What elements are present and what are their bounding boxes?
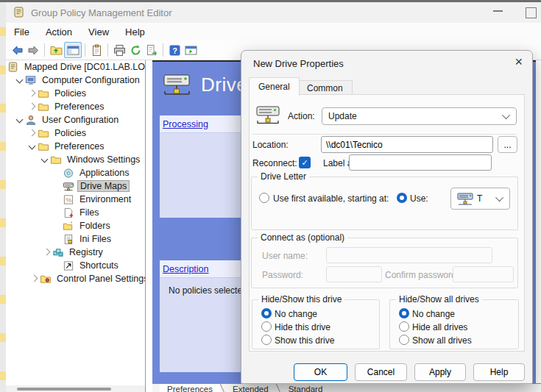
chevron-down-icon [502,111,510,119]
reconnect-checkbox[interactable] [299,157,311,168]
chevron-right-icon[interactable] [27,101,38,112]
tree-row[interactable]: Drive Maps [6,179,145,193]
console-tree: Mapped Drive [DC01.LAB.LOCAL] Computer C… [6,60,145,385]
tree-item-ini-files[interactable]: Ini Files [77,234,113,244]
tree-item-root[interactable]: Mapped Drive [DC01.LAB.LOCAL] [22,62,145,72]
chevron-down-icon[interactable] [15,75,25,85]
tab-preferences[interactable]: Preferences [160,384,220,392]
tree-row[interactable]: Preferences [6,100,145,113]
print-icon[interactable] [111,43,127,57]
show-all-drives-radio[interactable] [399,335,409,345]
chevron-right-icon[interactable] [42,247,52,257]
tree-row[interactable]: Files [6,206,145,219]
console-tree-toggle-icon[interactable] [64,42,82,58]
tree-row[interactable]: Shortcuts [6,259,145,272]
ok-button[interactable]: OK [294,363,347,381]
cancel-button[interactable]: Cancel [355,363,407,381]
back-icon[interactable] [9,43,25,57]
tree-row[interactable]: Applications [6,166,145,179]
close-icon[interactable]: × [515,55,523,68]
tree-row[interactable]: Ini Files [6,232,145,246]
location-input[interactable] [321,136,493,153]
tree-row[interactable]: Control Panel Settings [6,272,145,285]
chevron-down-icon[interactable] [15,115,25,125]
tree-item-applications[interactable]: Applications [77,168,131,178]
title-bar: Group Policy Management Editor [6,2,541,23]
properties-icon[interactable] [88,43,105,57]
tree-item-preferences[interactable]: Preferences [52,141,106,152]
tree-item-computer-configuration[interactable]: Computer Configuration [40,75,142,85]
tree-row[interactable]: * Folders [6,219,145,232]
tree-item-registry[interactable]: Registry [67,247,105,257]
user-icon [25,115,37,126]
tree-item-files[interactable]: Files [77,207,101,218]
menu-file[interactable]: File [6,24,38,40]
password-label: Password: [262,270,303,280]
expander-spacer [52,181,63,191]
chevron-right-icon[interactable] [27,128,38,138]
apply-button[interactable]: Apply [414,363,466,381]
show-this-drive-radio[interactable] [261,335,272,345]
confirm-password-input [453,266,514,282]
menu-view[interactable]: View [80,24,117,40]
tab-common[interactable]: Common [297,80,353,96]
expander-spacer [52,234,63,244]
up-one-level-icon[interactable] [48,43,64,57]
refresh-icon[interactable] [127,43,144,57]
processing-link[interactable]: Processing [163,119,208,129]
help-icon[interactable]: ? [166,43,183,57]
tree-item-user-configuration[interactable]: User Configuration [40,115,121,125]
menu-action[interactable]: Action [38,24,80,40]
folder-icon [38,141,49,152]
tree-item-policies[interactable]: Policies [52,128,88,138]
action-pane-toggle-icon[interactable] [183,43,199,57]
use-radio[interactable] [397,193,407,203]
tree-row[interactable]: User Configuration [6,113,145,126]
chevron-down-icon[interactable] [27,141,38,152]
no-change-all-radio[interactable] [399,308,409,318]
tree-item-drive-maps[interactable]: Drive Maps [77,180,130,192]
tree-item-preferences[interactable]: Preferences [52,101,106,112]
hide-this-drive-radio[interactable] [261,321,272,332]
tree-row[interactable]: Policies [6,87,145,100]
browse-button[interactable]: ... [498,136,517,153]
help-button[interactable]: Help [473,363,525,381]
tab-extended[interactable]: Extended [225,384,276,392]
tree-row[interactable]: Windows Settings [6,153,145,166]
tree-item-control-panel-settings[interactable]: Control Panel Settings [54,274,145,284]
forward-icon[interactable] [25,43,41,57]
tree-row[interactable]: Policies [6,126,145,140]
minimize-button[interactable] [493,10,503,12]
tree-row[interactable]: Computer Configuration [6,74,145,87]
no-change-radio[interactable] [261,308,272,318]
hide-all-drives-radio[interactable] [399,321,409,332]
tree-row[interactable]: % Environment [6,193,145,206]
chevron-down-icon[interactable] [40,154,50,165]
tree-item-policies[interactable]: Policies [52,88,88,99]
tree-row[interactable]: Preferences [6,140,145,153]
scrollbar-thumb[interactable] [17,388,111,391]
chevron-right-icon[interactable] [29,274,40,284]
tab-standard[interactable]: Standard [281,384,330,392]
tab-general[interactable]: General [249,77,300,96]
action-value: Update [328,111,357,121]
chevron-right-icon[interactable] [27,88,38,99]
menu-help[interactable]: Help [117,24,153,40]
tree-row[interactable]: Registry [6,246,145,259]
use-first-available-radio[interactable] [259,193,269,203]
folder-icon [50,154,62,165]
expander-spacer [52,260,63,271]
description-link[interactable]: Description [163,264,209,274]
menu-bar: File Action View Help [6,23,541,40]
export-list-icon[interactable] [144,43,160,57]
tree-horizontal-scrollbar[interactable] [6,385,145,392]
drive-letter-dropdown[interactable]: T [450,188,510,210]
tree-item-shortcuts[interactable]: Shortcuts [77,260,121,271]
tree-item-environment[interactable]: Environment [77,194,133,204]
action-dropdown[interactable]: Update [322,107,517,125]
maximize-button[interactable] [526,7,537,18]
tree-row[interactable]: Mapped Drive [DC01.LAB.LOCAL] [6,60,145,74]
tree-item-windows-settings[interactable]: Windows Settings [65,154,142,165]
label-as-input[interactable] [349,154,492,171]
tree-item-folders[interactable]: Folders [77,221,113,231]
